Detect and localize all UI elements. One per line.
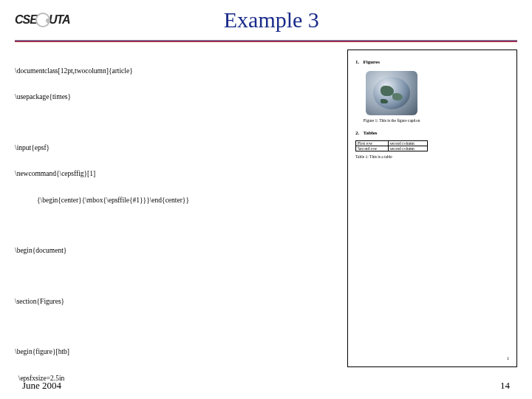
code-line: \section{Figures} bbox=[15, 298, 340, 307]
table-cell: First row bbox=[356, 141, 389, 146]
code-line: {\begin{center}{\mbox{\epsffile{#1}}}\en… bbox=[37, 197, 340, 205]
section-number: 2. bbox=[355, 130, 359, 136]
code-line: \input{epsf} bbox=[15, 144, 340, 153]
footer-page-number: 14 bbox=[500, 380, 510, 392]
code-line: \newcommand{\cepsffig}[1] bbox=[15, 170, 340, 179]
figure-caption: Figure 1: This is the figure caption bbox=[364, 118, 420, 123]
page-mark: 1 bbox=[507, 356, 509, 361]
table-caption: Table 1: This is a table bbox=[355, 154, 428, 159]
table-row: Second row second column bbox=[356, 146, 428, 151]
rendered-table: First row second column Second row secon… bbox=[355, 140, 428, 151]
at-icon bbox=[35, 13, 50, 27]
code-line: \usepackage{times} bbox=[15, 93, 340, 102]
code-line: \begin{figure}[htb] bbox=[15, 348, 340, 357]
table-cell: Second row bbox=[356, 146, 389, 151]
section-title: Figures bbox=[364, 59, 380, 65]
code-line: \begin{document} bbox=[15, 247, 340, 256]
table-cell: second column bbox=[388, 146, 427, 151]
code-line: \documentclass[12pt,twocolumn]{article} bbox=[15, 67, 340, 76]
globe-icon bbox=[366, 71, 417, 115]
section-title: Tables bbox=[363, 130, 377, 136]
slide-header: CSE UTA Example 3 bbox=[0, 0, 532, 37]
output-left-column: 1. Figures Figure 1: This is the figure … bbox=[355, 56, 428, 361]
section-heading: 2. Tables bbox=[355, 130, 428, 136]
section-heading: 1. Figures bbox=[355, 59, 428, 65]
output-right-column: 1 bbox=[437, 56, 509, 361]
figure-block: Figure 1: This is the figure caption bbox=[355, 71, 428, 123]
footer-date: June 2004 bbox=[22, 380, 61, 392]
section-number: 1. bbox=[355, 59, 359, 65]
latex-source-column: \documentclass[12pt,twocolumn]{article} … bbox=[15, 50, 340, 367]
slide-content: \documentclass[12pt,twocolumn]{article} … bbox=[0, 42, 532, 367]
slide-footer: June 2004 14 bbox=[0, 380, 532, 392]
rendered-output-column: 1. Figures Figure 1: This is the figure … bbox=[347, 50, 517, 367]
table-cell: second column bbox=[388, 141, 427, 146]
table-row: First row second column bbox=[356, 141, 428, 146]
slide-title: Example 3 bbox=[26, 7, 517, 33]
